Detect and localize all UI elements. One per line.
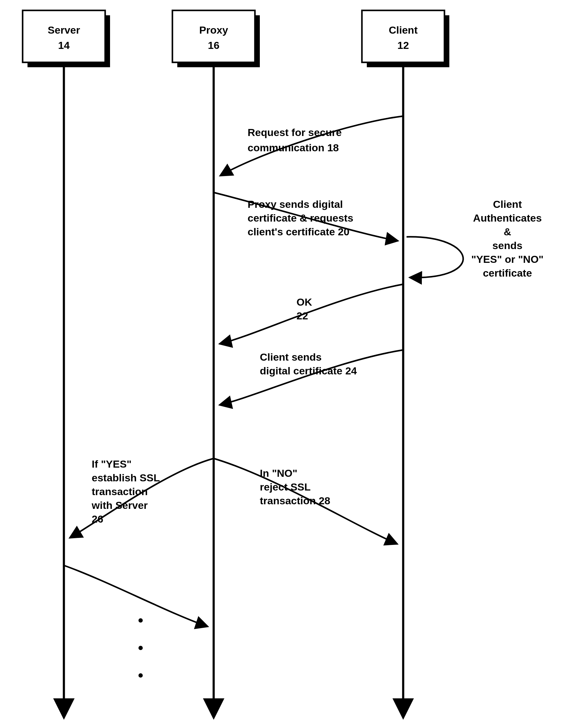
client-ref: 12 bbox=[397, 40, 409, 51]
svg-text:Authenticates: Authenticates bbox=[473, 212, 542, 224]
svg-text:client's certificate 20: client's certificate 20 bbox=[248, 226, 349, 237]
svg-text:26: 26 bbox=[92, 513, 103, 525]
svg-text:Proxy sends digital: Proxy sends digital bbox=[248, 198, 343, 210]
svg-text:OK: OK bbox=[297, 296, 312, 308]
message-24: Client sends digital certificate 24 bbox=[220, 350, 403, 405]
message-28: In "NO" reject SSL transaction 28 bbox=[214, 459, 397, 544]
client-auth-loop: Client Authenticates & sends "YES" or "N… bbox=[407, 198, 543, 279]
svg-text:Client: Client bbox=[493, 198, 522, 210]
svg-rect-1 bbox=[23, 10, 105, 62]
message-26: If "YES" establish SSL transaction with … bbox=[70, 458, 214, 538]
server-label: Server bbox=[48, 24, 80, 36]
sequence-diagram: Server 14 Proxy 16 Client 12 Request for… bbox=[0, 0, 582, 728]
svg-text:reject SSL: reject SSL bbox=[260, 481, 310, 493]
svg-point-30 bbox=[138, 646, 143, 650]
server-ref: 14 bbox=[58, 40, 70, 51]
message-18: Request for secure communication 18 bbox=[220, 116, 403, 176]
proxy-label: Proxy bbox=[199, 24, 228, 36]
svg-text:sends: sends bbox=[492, 240, 523, 251]
svg-rect-5 bbox=[362, 10, 445, 62]
svg-text:transaction: transaction bbox=[92, 486, 148, 497]
svg-text:22: 22 bbox=[297, 310, 308, 321]
participant-proxy: Proxy 16 bbox=[172, 10, 260, 67]
participant-client: Client 12 bbox=[362, 10, 449, 67]
participant-server: Server 14 bbox=[23, 10, 110, 67]
message-20: Proxy sends digital certificate & reques… bbox=[214, 192, 398, 241]
svg-text:digital certificate 24: digital certificate 24 bbox=[260, 365, 357, 376]
message-22: OK 22 bbox=[220, 284, 403, 344]
client-label: Client bbox=[389, 24, 417, 36]
svg-point-31 bbox=[138, 673, 143, 678]
svg-text:&: & bbox=[504, 226, 511, 237]
message-server-to-proxy-cont bbox=[64, 565, 208, 626]
svg-text:communication 18: communication 18 bbox=[248, 142, 339, 153]
svg-text:certificate & requests: certificate & requests bbox=[248, 212, 353, 224]
svg-text:certificate: certificate bbox=[483, 267, 532, 279]
svg-text:Request for secure: Request for secure bbox=[248, 127, 342, 138]
svg-rect-3 bbox=[172, 10, 255, 62]
svg-point-29 bbox=[138, 618, 143, 623]
svg-text:with Server: with Server bbox=[92, 499, 148, 511]
svg-text:establish SSL: establish SSL bbox=[92, 472, 160, 484]
svg-text:If "YES": If "YES" bbox=[92, 458, 132, 470]
proxy-ref: 16 bbox=[208, 40, 220, 51]
svg-text:Client sends: Client sends bbox=[260, 351, 322, 363]
continuation-dots bbox=[138, 618, 143, 678]
svg-text:In "NO": In "NO" bbox=[260, 467, 298, 479]
svg-text:transaction 28: transaction 28 bbox=[260, 495, 330, 506]
svg-text:"YES" or "NO": "YES" or "NO" bbox=[471, 253, 543, 265]
